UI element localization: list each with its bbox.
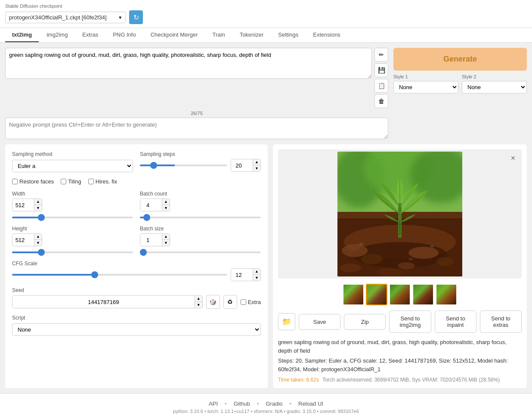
svg-point-15 — [359, 243, 363, 245]
cfg-down-button[interactable]: ▼ — [253, 275, 260, 281]
style1-select[interactable]: None — [393, 81, 458, 93]
footer-info: python: 3.10.6 • torch: 1.13.1+cu117 • x… — [7, 409, 525, 414]
sampling-steps-input[interactable]: 20 ▲ ▼ — [231, 159, 261, 172]
checkpoint-select[interactable]: protogenX34OfficialR_1.ckpt [60fe2f34] ▾ — [5, 12, 126, 23]
send-inpaint-button[interactable]: Send to inpaint — [435, 310, 476, 333]
sampling-row: Sampling method Euler a Sampling steps 2… — [12, 151, 261, 172]
seed-down-button[interactable]: ▼ — [195, 302, 202, 308]
sampling-method-select[interactable]: Euler a — [12, 160, 133, 172]
github-link[interactable]: Github — [234, 400, 250, 407]
separator-3: • — [290, 400, 292, 407]
checkpoint-select-text: protogenX34OfficialR_1.ckpt [60fe2f34] — [9, 14, 119, 21]
height-input[interactable]: 512 ▲ ▼ — [12, 233, 42, 246]
folder-icon: 📁 — [282, 317, 291, 326]
width-input[interactable]: 512 ▲ ▼ — [12, 199, 42, 211]
generated-image — [337, 152, 462, 276]
restore-faces-input[interactable] — [12, 179, 18, 184]
tab-extensions[interactable]: Extensions — [306, 28, 347, 42]
save-prompt-button[interactable]: 💾 — [374, 63, 388, 77]
batch-count-down-button[interactable]: ▼ — [162, 205, 170, 211]
height-slider[interactable] — [12, 251, 133, 253]
batch-size-input[interactable]: 1 ▲ ▼ — [140, 233, 170, 246]
batch-count-up-button[interactable]: ▲ — [162, 199, 170, 205]
edit-prompt-button[interactable]: ✏ — [374, 48, 388, 62]
tab-settings[interactable]: Settings — [271, 28, 305, 42]
sampling-steps-slider[interactable] — [140, 165, 227, 166]
batch-size-up-button[interactable]: ▲ — [162, 234, 170, 240]
tiling-input[interactable] — [61, 179, 66, 184]
batch-size-down-button[interactable]: ▼ — [162, 240, 170, 246]
edit-icon: ✏ — [379, 51, 384, 58]
steps-down-button[interactable]: ▼ — [253, 165, 260, 171]
batch-count-group: Batch count 4 ▲ ▼ — [140, 191, 261, 220]
footer-links: API • Github • Gradio • Reload UI — [7, 400, 525, 407]
batch-size-slider[interactable] — [140, 251, 261, 253]
output-prompt-text: green sapling rowing out of ground, mud,… — [278, 339, 507, 354]
zip-button[interactable]: Zip — [344, 314, 386, 330]
output-panel: × — [273, 144, 527, 388]
seed-up-button[interactable]: ▲ — [195, 296, 202, 302]
height-down-button[interactable]: ▼ — [34, 240, 42, 246]
paste-prompt-button[interactable]: 📋 — [374, 79, 388, 93]
gradio-link[interactable]: Gradio — [266, 400, 283, 407]
api-link[interactable]: API — [209, 400, 218, 407]
script-select[interactable]: None — [12, 323, 261, 336]
width-slider[interactable] — [12, 217, 133, 218]
sampling-steps-label: Sampling steps — [140, 151, 261, 157]
tab-txt2img[interactable]: txt2img — [5, 28, 39, 42]
output-detail-text: Steps: 20, Sampler: Euler a, CFG scale: … — [278, 357, 522, 373]
settings-panel: Sampling method Euler a Sampling steps 2… — [5, 144, 268, 388]
steps-up-button[interactable]: ▲ — [253, 159, 260, 165]
extra-checkbox[interactable]: Extra — [241, 299, 261, 305]
hires-fix-input[interactable] — [88, 179, 94, 184]
send-extras-button[interactable]: Send to extras — [480, 310, 522, 333]
seed-recycle-button[interactable]: ♻ — [223, 295, 237, 309]
cfg-scale-input[interactable]: 12 ▲ ▼ — [231, 268, 261, 281]
height-up-button[interactable]: ▲ — [34, 234, 42, 240]
hires-fix-checkbox[interactable]: Hires. fix — [88, 178, 118, 185]
seed-group: Seed 1441787169 ▲ ▼ 🎲 — [12, 287, 261, 309]
batch-count-input[interactable]: 4 ▲ ▼ — [140, 199, 170, 211]
style2-select[interactable]: None — [462, 81, 527, 93]
positive-prompt-input[interactable]: green sapling rowing out of ground, mud,… — [5, 48, 372, 79]
checkpoint-refresh-button[interactable]: ↻ — [129, 10, 143, 24]
thumbnail-5[interactable] — [436, 284, 457, 305]
tiling-checkbox[interactable]: Tiling — [61, 178, 81, 185]
seed-label: Seed — [12, 287, 261, 293]
thumb-image-2 — [367, 285, 387, 304]
tab-tokenizer[interactable]: Tokenizer — [233, 28, 271, 42]
open-folder-button[interactable]: 📁 — [278, 313, 295, 330]
width-up-button[interactable]: ▲ — [34, 199, 42, 205]
tab-png-info[interactable]: PNG Info — [106, 28, 142, 42]
generate-button[interactable]: Generate — [393, 48, 527, 71]
tab-extras[interactable]: Extras — [75, 28, 105, 42]
cfg-scale-slider[interactable] — [12, 274, 227, 276]
batch-count-slider[interactable] — [140, 217, 261, 218]
thumbnail-4[interactable] — [412, 284, 434, 305]
tab-img2img[interactable]: img2img — [40, 28, 74, 42]
cfg-up-button[interactable]: ▲ — [253, 269, 260, 275]
thumbnail-3[interactable] — [389, 284, 411, 305]
thumbnail-2[interactable] — [366, 284, 387, 305]
cfg-scale-group: CFG Scale 12 ▲ ▼ — [12, 261, 261, 281]
seed-dice-button[interactable]: 🎲 — [206, 295, 220, 309]
reload-ui-link[interactable]: Reload UI — [298, 400, 323, 407]
save-button[interactable]: Save — [299, 314, 340, 330]
close-image-button[interactable]: × — [508, 153, 518, 163]
script-label: Script — [12, 315, 261, 321]
tab-checkpoint-merger[interactable]: Checkpoint Merger — [144, 28, 205, 42]
svg-point-12 — [340, 264, 361, 272]
extra-checkbox-input[interactable] — [241, 299, 246, 305]
thumbnail-1[interactable] — [343, 284, 364, 305]
send-img2img-button[interactable]: Send to img2img — [389, 310, 431, 333]
tab-train[interactable]: Train — [206, 28, 232, 42]
width-down-button[interactable]: ▼ — [34, 205, 42, 211]
save-icon: 💾 — [378, 67, 385, 74]
seed-input[interactable]: 1441787169 ▲ ▼ — [12, 295, 203, 308]
sampling-method-group: Sampling method Euler a — [12, 151, 133, 172]
restore-faces-checkbox[interactable]: Restore faces — [12, 178, 54, 185]
negative-prompt-input[interactable] — [5, 118, 388, 139]
batch-size-group: Batch size 1 ▲ ▼ — [140, 226, 261, 255]
clear-prompt-button[interactable]: 🗑 — [374, 94, 388, 108]
batch-size-label: Batch size — [140, 226, 261, 232]
